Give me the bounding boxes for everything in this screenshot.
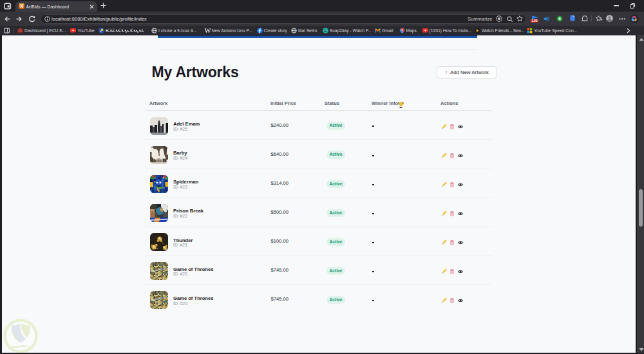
svg-text:W: W — [205, 28, 211, 33]
svg-text:1.00: 1.00 — [531, 19, 537, 23]
